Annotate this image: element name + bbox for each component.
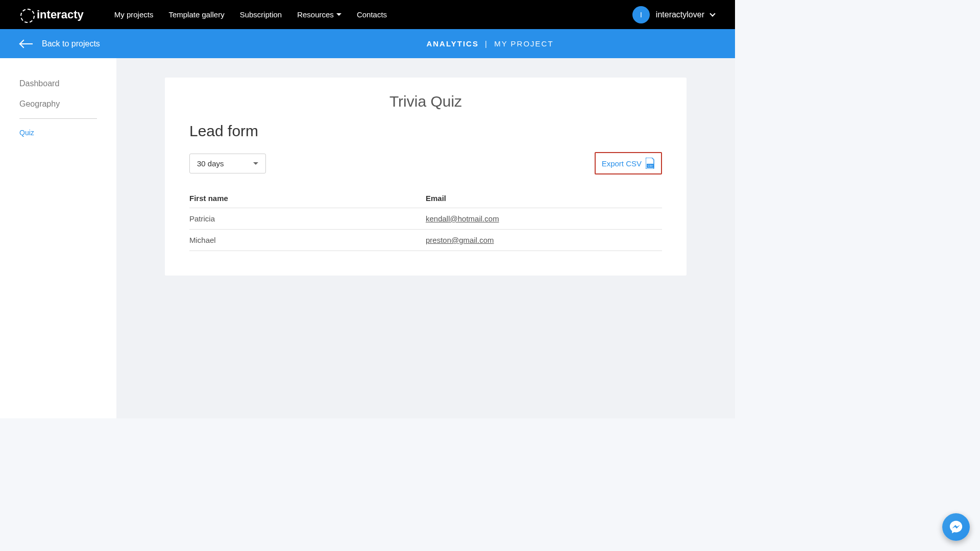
breadcrumb-main: ANALYTICS bbox=[426, 39, 478, 48]
arrow-left-icon bbox=[20, 41, 35, 47]
topbar: interacty My projects Template gallery S… bbox=[0, 0, 735, 29]
nav-my-projects[interactable]: My projects bbox=[114, 10, 154, 19]
card-subtitle: Lead form bbox=[189, 122, 662, 140]
logo-icon bbox=[20, 9, 33, 21]
nav-contacts[interactable]: Contacts bbox=[357, 10, 387, 19]
main-nav: My projects Template gallery Subscriptio… bbox=[114, 10, 632, 19]
user-name: interactylover bbox=[656, 10, 704, 19]
back-label: Back to projects bbox=[42, 39, 100, 48]
column-email: Email bbox=[426, 189, 662, 208]
breadcrumb: ANALYTICS | MY PROJECT bbox=[426, 39, 553, 48]
table-row: Michael preston@gmail.com bbox=[189, 230, 662, 251]
nav-subscription[interactable]: Subscription bbox=[240, 10, 282, 19]
cell-first-name: Michael bbox=[189, 230, 426, 251]
sidebar-item-geography[interactable]: Geography bbox=[19, 94, 97, 114]
csv-file-icon: CSV bbox=[646, 158, 655, 169]
brand-name: interacty bbox=[37, 8, 84, 21]
card-title: Trivia Quiz bbox=[189, 93, 662, 110]
avatar: I bbox=[632, 6, 650, 23]
column-first-name: First name bbox=[189, 189, 426, 208]
dropdown-value: 30 days bbox=[197, 159, 224, 168]
email-link[interactable]: preston@gmail.com bbox=[426, 236, 494, 244]
table-row: Patricia kendall@hotmail.com bbox=[189, 208, 662, 230]
sidebar-item-quiz[interactable]: Quiz bbox=[19, 123, 97, 142]
chevron-down-icon bbox=[336, 13, 341, 16]
breadcrumb-separator: | bbox=[485, 39, 488, 48]
leads-table: First name Email Patricia kendall@hotmai… bbox=[189, 189, 662, 251]
nav-resources[interactable]: Resources bbox=[297, 10, 341, 19]
subheader: Back to projects ANALYTICS | MY PROJECT bbox=[0, 29, 735, 58]
brand-logo[interactable]: interacty bbox=[20, 8, 84, 21]
sidebar-item-dashboard[interactable]: Dashboard bbox=[19, 73, 97, 94]
sidebar-divider bbox=[19, 118, 97, 119]
back-to-projects[interactable]: Back to projects bbox=[20, 39, 100, 48]
cell-email: preston@gmail.com bbox=[426, 230, 662, 251]
cell-first-name: Patricia bbox=[189, 208, 426, 230]
export-label: Export CSV bbox=[602, 159, 642, 168]
lead-form-card: Trivia Quiz Lead form 30 days Export CSV… bbox=[165, 78, 687, 276]
export-csv-button[interactable]: Export CSV CSV bbox=[595, 152, 662, 174]
chevron-down-icon bbox=[709, 11, 715, 16]
nav-template-gallery[interactable]: Template gallery bbox=[168, 10, 224, 19]
svg-text:CSV: CSV bbox=[648, 164, 653, 167]
cell-email: kendall@hotmail.com bbox=[426, 208, 662, 230]
breadcrumb-sub: MY PROJECT bbox=[494, 39, 553, 48]
nav-resources-label: Resources bbox=[297, 10, 334, 19]
content-area: Trivia Quiz Lead form 30 days Export CSV… bbox=[116, 58, 735, 418]
chevron-down-icon bbox=[253, 162, 258, 165]
date-range-dropdown[interactable]: 30 days bbox=[189, 154, 266, 173]
user-menu[interactable]: I interactylover bbox=[632, 6, 715, 23]
sidebar: Dashboard Geography Quiz bbox=[0, 58, 116, 418]
email-link[interactable]: kendall@hotmail.com bbox=[426, 214, 499, 223]
